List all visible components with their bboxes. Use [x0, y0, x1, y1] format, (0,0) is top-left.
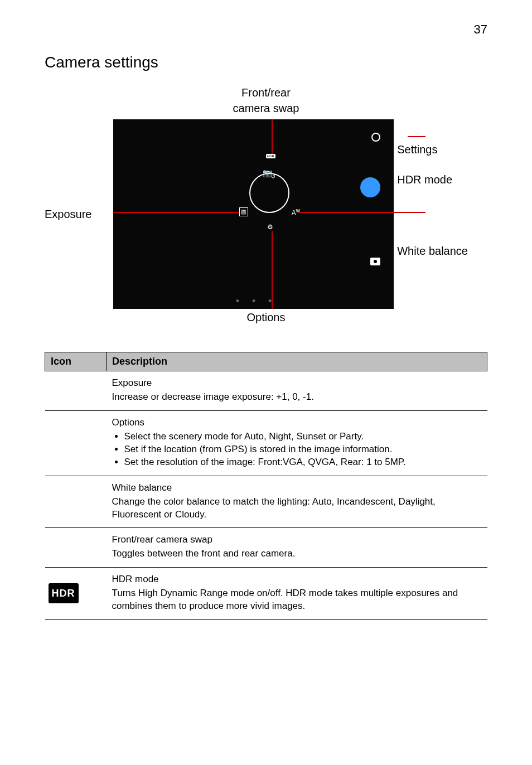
options-icon: ⚙	[267, 223, 273, 231]
icon-cell: HDR	[45, 568, 107, 620]
row-body: Turns High Dynamic Range mode on/off. HD…	[112, 588, 458, 611]
callout-line	[299, 212, 425, 213]
diagram-top-label: Front/rear camera swap	[45, 85, 487, 116]
bullet-item: Set the resolution of the image: Front:V…	[124, 456, 482, 469]
icon-cell: AW	[45, 476, 107, 528]
row-body: Change the color balance to match the li…	[112, 496, 436, 520]
mode-switch-icon	[370, 258, 380, 265]
hdr-icon: HDR	[49, 583, 79, 603]
camera-diagram: Front/rear camera swap Exposure HDR 📷 ▨ …	[45, 85, 487, 324]
row-title: Options	[112, 417, 482, 429]
exposure-callout-label: Exposure	[45, 207, 110, 221]
icon-description-table: Icon Description Exposure Increase or de…	[45, 352, 487, 620]
th-icon: Icon	[45, 352, 107, 371]
focus-circle-icon	[249, 173, 289, 213]
row-title: Front/rear camera swap	[112, 534, 482, 546]
exposure-icon: ▨	[239, 207, 248, 216]
icon-cell	[45, 528, 107, 568]
bullet-item: Select the scenery mode for Auto, Night,…	[124, 430, 482, 443]
table-row: AW White balance Change the color balanc…	[45, 476, 487, 528]
page-number: 37	[45, 22, 487, 37]
desc-cell: Exposure Increase or decrease image expo…	[107, 371, 487, 411]
icon-cell	[45, 410, 107, 476]
hdr-callout-label: HDR mode	[397, 172, 487, 187]
row-title: White balance	[112, 482, 482, 495]
options-callout-label: Options	[45, 311, 487, 324]
desc-cell: Front/rear camera swap Toggles between t…	[107, 528, 487, 568]
desc-cell: HDR mode Turns High Dynamic Range mode o…	[107, 568, 487, 620]
callout-line	[272, 231, 273, 309]
shutter-button-icon	[360, 177, 380, 197]
white-balance-icon: Aw	[292, 207, 300, 217]
icon-cell	[45, 371, 107, 411]
settings-icon	[371, 133, 380, 142]
page-dots	[236, 299, 271, 302]
desc-cell: Options Select the scenery mode for Auto…	[107, 410, 487, 476]
top-label-1: Front/rear	[45, 85, 487, 100]
row-body: Increase or decrease image exposure: +1,…	[112, 391, 314, 402]
wb-callout-label: White balance	[397, 244, 487, 258]
table-row: Front/rear camera swap Toggles between t…	[45, 528, 487, 568]
top-label-2: camera swap	[45, 100, 487, 116]
callout-line	[408, 136, 425, 137]
row-body: Toggles between the front and rear camer…	[112, 548, 296, 559]
right-callout-labels: Settings HDR mode White balance	[397, 156, 487, 273]
callout-line	[272, 119, 273, 154]
row-bullets: Select the scenery mode for Auto, Night,…	[124, 430, 482, 469]
desc-cell: White balance Change the color balance t…	[107, 476, 487, 528]
th-description: Description	[107, 352, 487, 371]
row-title: HDR mode	[112, 573, 482, 586]
bullet-item: Set if the location (from GPS) is stored…	[124, 443, 482, 456]
table-row: HDR HDR mode Turns High Dynamic Range mo…	[45, 568, 487, 620]
page-title: Camera settings	[45, 54, 487, 71]
callout-line	[113, 212, 239, 213]
hdr-icon: HDR	[266, 154, 275, 158]
settings-callout-label: Settings	[397, 142, 487, 157]
row-title: Exposure	[112, 377, 482, 390]
camera-preview-screenshot: HDR 📷 ▨ Aw ⚙	[113, 119, 394, 309]
table-row: Exposure Increase or decrease image expo…	[45, 371, 487, 411]
table-row: Options Select the scenery mode for Auto…	[45, 410, 487, 476]
